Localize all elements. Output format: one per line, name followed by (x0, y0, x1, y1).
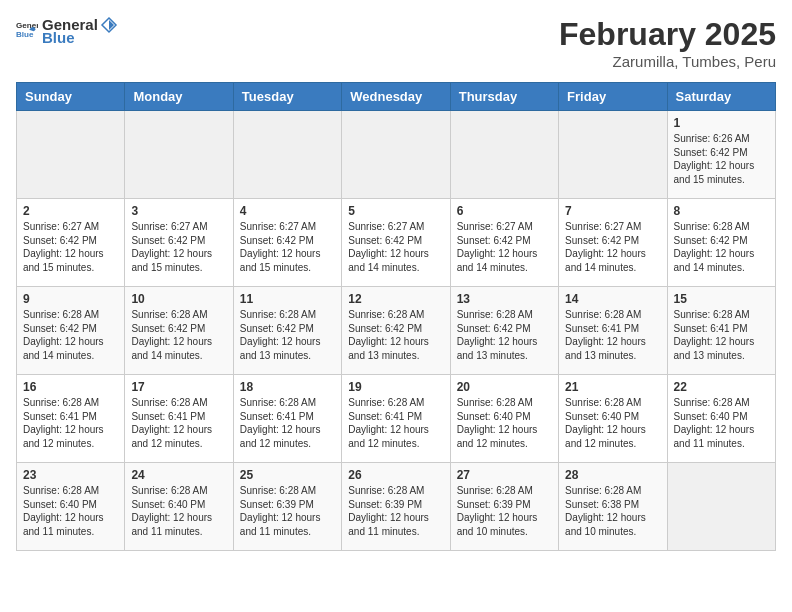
calendar-cell: 3Sunrise: 6:27 AMSunset: 6:42 PMDaylight… (125, 199, 233, 287)
calendar-cell (450, 111, 558, 199)
calendar-cell: 6Sunrise: 6:27 AMSunset: 6:42 PMDaylight… (450, 199, 558, 287)
calendar-cell: 17Sunrise: 6:28 AMSunset: 6:41 PMDayligh… (125, 375, 233, 463)
day-number: 26 (348, 468, 443, 482)
week-row-2: 2Sunrise: 6:27 AMSunset: 6:42 PMDaylight… (17, 199, 776, 287)
day-number: 8 (674, 204, 769, 218)
day-number: 3 (131, 204, 226, 218)
page-header: General Blue General Blue February 2025 … (16, 16, 776, 70)
day-number: 11 (240, 292, 335, 306)
calendar-cell: 24Sunrise: 6:28 AMSunset: 6:40 PMDayligh… (125, 463, 233, 551)
col-sunday: Sunday (17, 83, 125, 111)
day-info: Sunrise: 6:27 AMSunset: 6:42 PMDaylight:… (240, 220, 335, 274)
day-number: 5 (348, 204, 443, 218)
day-info: Sunrise: 6:28 AMSunset: 6:42 PMDaylight:… (457, 308, 552, 362)
col-thursday: Thursday (450, 83, 558, 111)
day-number: 1 (674, 116, 769, 130)
day-info: Sunrise: 6:28 AMSunset: 6:38 PMDaylight:… (565, 484, 660, 538)
day-info: Sunrise: 6:26 AMSunset: 6:42 PMDaylight:… (674, 132, 769, 186)
day-number: 18 (240, 380, 335, 394)
day-number: 9 (23, 292, 118, 306)
calendar-cell: 4Sunrise: 6:27 AMSunset: 6:42 PMDaylight… (233, 199, 341, 287)
calendar-cell: 14Sunrise: 6:28 AMSunset: 6:41 PMDayligh… (559, 287, 667, 375)
day-number: 10 (131, 292, 226, 306)
day-info: Sunrise: 6:28 AMSunset: 6:41 PMDaylight:… (348, 396, 443, 450)
day-number: 20 (457, 380, 552, 394)
calendar-cell (17, 111, 125, 199)
week-row-5: 23Sunrise: 6:28 AMSunset: 6:40 PMDayligh… (17, 463, 776, 551)
calendar-cell (667, 463, 775, 551)
day-info: Sunrise: 6:27 AMSunset: 6:42 PMDaylight:… (23, 220, 118, 274)
day-number: 22 (674, 380, 769, 394)
day-number: 23 (23, 468, 118, 482)
day-number: 13 (457, 292, 552, 306)
day-info: Sunrise: 6:27 AMSunset: 6:42 PMDaylight:… (348, 220, 443, 274)
day-number: 25 (240, 468, 335, 482)
day-number: 7 (565, 204, 660, 218)
days-of-week-row: Sunday Monday Tuesday Wednesday Thursday… (17, 83, 776, 111)
day-info: Sunrise: 6:28 AMSunset: 6:40 PMDaylight:… (674, 396, 769, 450)
day-info: Sunrise: 6:28 AMSunset: 6:41 PMDaylight:… (240, 396, 335, 450)
day-info: Sunrise: 6:28 AMSunset: 6:42 PMDaylight:… (348, 308, 443, 362)
day-info: Sunrise: 6:27 AMSunset: 6:42 PMDaylight:… (457, 220, 552, 274)
calendar-cell: 10Sunrise: 6:28 AMSunset: 6:42 PMDayligh… (125, 287, 233, 375)
day-info: Sunrise: 6:27 AMSunset: 6:42 PMDaylight:… (565, 220, 660, 274)
calendar-cell: 21Sunrise: 6:28 AMSunset: 6:40 PMDayligh… (559, 375, 667, 463)
col-saturday: Saturday (667, 83, 775, 111)
calendar-cell: 5Sunrise: 6:27 AMSunset: 6:42 PMDaylight… (342, 199, 450, 287)
calendar-body: 1Sunrise: 6:26 AMSunset: 6:42 PMDaylight… (17, 111, 776, 551)
day-number: 4 (240, 204, 335, 218)
day-info: Sunrise: 6:28 AMSunset: 6:41 PMDaylight:… (674, 308, 769, 362)
col-wednesday: Wednesday (342, 83, 450, 111)
calendar-cell: 1Sunrise: 6:26 AMSunset: 6:42 PMDaylight… (667, 111, 775, 199)
calendar-cell: 12Sunrise: 6:28 AMSunset: 6:42 PMDayligh… (342, 287, 450, 375)
day-info: Sunrise: 6:28 AMSunset: 6:40 PMDaylight:… (565, 396, 660, 450)
day-info: Sunrise: 6:28 AMSunset: 6:39 PMDaylight:… (457, 484, 552, 538)
day-info: Sunrise: 6:28 AMSunset: 6:39 PMDaylight:… (240, 484, 335, 538)
calendar-cell: 16Sunrise: 6:28 AMSunset: 6:41 PMDayligh… (17, 375, 125, 463)
logo-text: General Blue (16, 18, 38, 44)
day-number: 27 (457, 468, 552, 482)
day-number: 15 (674, 292, 769, 306)
calendar-table: Sunday Monday Tuesday Wednesday Thursday… (16, 82, 776, 551)
calendar-cell: 2Sunrise: 6:27 AMSunset: 6:42 PMDaylight… (17, 199, 125, 287)
day-number: 16 (23, 380, 118, 394)
calendar-cell: 11Sunrise: 6:28 AMSunset: 6:42 PMDayligh… (233, 287, 341, 375)
day-info: Sunrise: 6:28 AMSunset: 6:41 PMDaylight:… (131, 396, 226, 450)
calendar-title: February 2025 (559, 16, 776, 53)
calendar-cell (559, 111, 667, 199)
col-monday: Monday (125, 83, 233, 111)
week-row-4: 16Sunrise: 6:28 AMSunset: 6:41 PMDayligh… (17, 375, 776, 463)
col-friday: Friday (559, 83, 667, 111)
calendar-cell: 22Sunrise: 6:28 AMSunset: 6:40 PMDayligh… (667, 375, 775, 463)
day-info: Sunrise: 6:27 AMSunset: 6:42 PMDaylight:… (131, 220, 226, 274)
day-info: Sunrise: 6:28 AMSunset: 6:40 PMDaylight:… (131, 484, 226, 538)
day-info: Sunrise: 6:28 AMSunset: 6:41 PMDaylight:… (565, 308, 660, 362)
day-info: Sunrise: 6:28 AMSunset: 6:40 PMDaylight:… (457, 396, 552, 450)
calendar-cell: 23Sunrise: 6:28 AMSunset: 6:40 PMDayligh… (17, 463, 125, 551)
calendar-cell (342, 111, 450, 199)
calendar-cell: 20Sunrise: 6:28 AMSunset: 6:40 PMDayligh… (450, 375, 558, 463)
calendar-cell: 25Sunrise: 6:28 AMSunset: 6:39 PMDayligh… (233, 463, 341, 551)
logo: General Blue General Blue (16, 16, 119, 47)
day-number: 14 (565, 292, 660, 306)
calendar-cell: 26Sunrise: 6:28 AMSunset: 6:39 PMDayligh… (342, 463, 450, 551)
week-row-1: 1Sunrise: 6:26 AMSunset: 6:42 PMDaylight… (17, 111, 776, 199)
calendar-cell (125, 111, 233, 199)
day-number: 19 (348, 380, 443, 394)
col-tuesday: Tuesday (233, 83, 341, 111)
day-info: Sunrise: 6:28 AMSunset: 6:41 PMDaylight:… (23, 396, 118, 450)
week-row-3: 9Sunrise: 6:28 AMSunset: 6:42 PMDaylight… (17, 287, 776, 375)
calendar-cell: 19Sunrise: 6:28 AMSunset: 6:41 PMDayligh… (342, 375, 450, 463)
svg-text:Blue: Blue (16, 30, 34, 39)
logo-wordmark: General Blue (42, 16, 119, 47)
day-number: 28 (565, 468, 660, 482)
calendar-cell: 8Sunrise: 6:28 AMSunset: 6:42 PMDaylight… (667, 199, 775, 287)
calendar-header: Sunday Monday Tuesday Wednesday Thursday… (17, 83, 776, 111)
calendar-cell: 9Sunrise: 6:28 AMSunset: 6:42 PMDaylight… (17, 287, 125, 375)
calendar-cell: 13Sunrise: 6:28 AMSunset: 6:42 PMDayligh… (450, 287, 558, 375)
day-info: Sunrise: 6:28 AMSunset: 6:42 PMDaylight:… (674, 220, 769, 274)
day-info: Sunrise: 6:28 AMSunset: 6:39 PMDaylight:… (348, 484, 443, 538)
calendar-subtitle: Zarumilla, Tumbes, Peru (559, 53, 776, 70)
day-info: Sunrise: 6:28 AMSunset: 6:40 PMDaylight:… (23, 484, 118, 538)
day-info: Sunrise: 6:28 AMSunset: 6:42 PMDaylight:… (240, 308, 335, 362)
